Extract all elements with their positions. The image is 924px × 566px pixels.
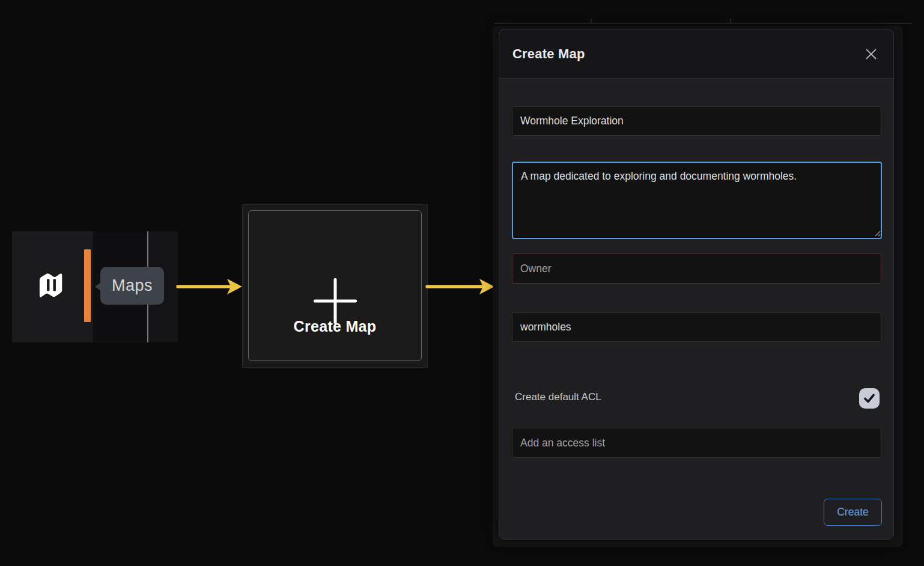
close-icon[interactable] bbox=[863, 46, 879, 62]
create-map-modal: Create Map A map dedicated to exploring … bbox=[499, 29, 894, 540]
acl-checkbox[interactable] bbox=[859, 388, 880, 409]
modal-title: Create Map bbox=[512, 46, 863, 62]
active-indicator-bar bbox=[84, 249, 91, 322]
background-panel-tick bbox=[730, 19, 731, 23]
maps-tooltip: Maps bbox=[100, 267, 164, 305]
create-map-card[interactable]: Create Map bbox=[242, 204, 428, 368]
plus-icon bbox=[313, 278, 357, 324]
map-name-input[interactable] bbox=[512, 106, 881, 136]
modal-header: Create Map bbox=[499, 29, 893, 79]
owner-input[interactable] bbox=[512, 254, 881, 284]
create-button[interactable]: Create bbox=[824, 499, 882, 526]
map-description-textarea[interactable]: A map dedicated to exploring and documen… bbox=[512, 162, 882, 239]
flow-arrow-2 bbox=[424, 273, 499, 300]
access-list-input[interactable] bbox=[512, 428, 881, 458]
flow-arrow-1 bbox=[174, 273, 246, 300]
map-icon[interactable] bbox=[34, 267, 67, 303]
background-panel-edge bbox=[494, 23, 911, 24]
create-map-card-label: Create Map bbox=[249, 318, 421, 335]
maps-tooltip-label: Maps bbox=[112, 276, 153, 295]
background-panel-tick bbox=[591, 19, 592, 23]
check-icon bbox=[863, 392, 876, 405]
create-map-card-inner: Create Map bbox=[248, 210, 422, 361]
acl-label: Create default ACL bbox=[515, 391, 601, 403]
sidebar-preview: Maps bbox=[12, 231, 178, 342]
map-slug-input[interactable] bbox=[512, 312, 881, 342]
tutorial-canvas: { "colors": { "page_bg": "#0b0b0c", "acc… bbox=[0, 0, 924, 566]
